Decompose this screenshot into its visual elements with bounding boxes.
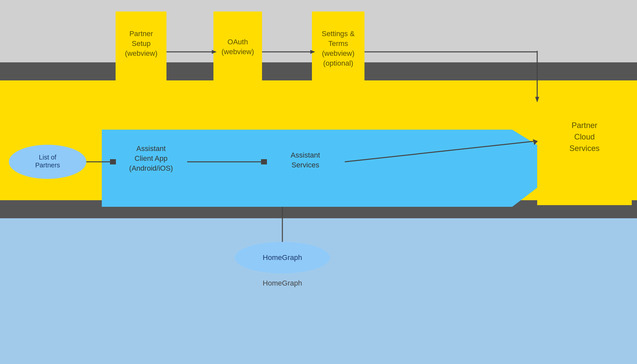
bg-yellow-band [0, 80, 637, 205]
bg-dark-bar-top [0, 62, 637, 80]
bg-dark-bar-bottom [0, 200, 637, 218]
bg-light-bottom [0, 218, 637, 364]
